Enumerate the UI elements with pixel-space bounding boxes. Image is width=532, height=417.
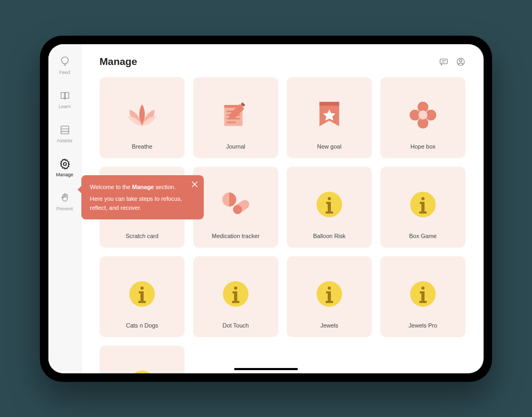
gear-icon: [59, 158, 71, 170]
star-banner-icon: [311, 96, 348, 134]
card-box-game[interactable]: Box Game: [380, 167, 466, 248]
top-icons: [439, 57, 466, 67]
info-icon: [123, 365, 161, 373]
nav-manage[interactable]: Manage: [53, 158, 77, 177]
info-icon: [311, 275, 348, 313]
chat-icon[interactable]: [439, 57, 448, 67]
card-jewels-pro[interactable]: Jewels Pro: [380, 256, 466, 337]
card-grid: Breathe: [99, 77, 466, 373]
journal-icon: [217, 96, 254, 134]
card-hope-box[interactable]: Hope box: [380, 77, 466, 158]
svg-rect-0: [61, 126, 69, 134]
card-breathe[interactable]: Breathe: [99, 77, 185, 158]
tooltip-strong: Manage: [132, 184, 154, 190]
card-medication-tracker[interactable]: Medication tracker: [193, 167, 278, 248]
card-label: Scratch card: [126, 233, 159, 239]
card-label: Hope box: [410, 143, 435, 150]
screen: Feed Learn Assess Manage Prevent Manage: [48, 44, 484, 373]
nav-manage-label: Manage: [56, 172, 73, 177]
nav-learn-label: Learn: [59, 104, 71, 109]
card-label: Cats n Dogs: [126, 322, 159, 329]
user-icon[interactable]: [456, 57, 466, 67]
card-label: Medication tracker: [212, 233, 260, 239]
card-label: Jewels: [320, 322, 338, 329]
nav-feed-label: Feed: [59, 70, 70, 75]
card-label: New goal: [317, 143, 342, 150]
book-icon: [59, 90, 71, 102]
tooltip-pre: Welcome to the: [90, 184, 132, 190]
content-scroll[interactable]: Breathe: [81, 72, 484, 373]
card-label: Breathe: [132, 143, 153, 150]
tablet-frame: Feed Learn Assess Manage Prevent Manage: [40, 36, 492, 382]
tooltip-post: section.: [154, 184, 176, 190]
nav-assess[interactable]: Assess: [53, 124, 77, 143]
card-new-goal[interactable]: New goal: [287, 77, 372, 158]
nav-assess-label: Assess: [57, 138, 72, 143]
lotus-icon: [123, 96, 161, 134]
hand-icon: [59, 192, 71, 204]
sidebar: Feed Learn Assess Manage Prevent: [48, 44, 81, 373]
nav-prevent-label: Prevent: [56, 206, 73, 211]
card-cats-n-dogs[interactable]: Cats n Dogs: [99, 256, 185, 337]
info-icon: [311, 186, 348, 223]
topbar: Manage: [81, 44, 484, 72]
card-label: Jewels Pro: [409, 322, 437, 329]
svg-point-3: [63, 162, 66, 166]
tooltip-line-1: Welcome to the Manage section.: [90, 183, 182, 192]
card-label: Balloon Risk: [313, 233, 345, 239]
card-jewels[interactable]: Jewels: [287, 256, 372, 337]
nav-learn[interactable]: Learn: [53, 90, 77, 109]
nav-prevent[interactable]: Prevent: [53, 192, 77, 211]
home-indicator[interactable]: [234, 368, 298, 370]
card-label: Box Game: [409, 233, 437, 239]
info-icon: [404, 275, 442, 313]
svg-point-18: [419, 110, 428, 119]
pills-icon: [217, 186, 254, 223]
flower-icon: [404, 96, 442, 134]
svg-rect-4: [440, 59, 447, 63]
intro-tooltip: Welcome to the Manage section. Here you …: [81, 175, 204, 220]
info-icon: [123, 275, 161, 313]
svg-point-8: [460, 59, 462, 62]
card-balloon-risk[interactable]: Balloon Risk: [287, 167, 372, 248]
tooltip-line-2: Here you can take steps to refocus, refl…: [90, 194, 182, 212]
card-dot-touch[interactable]: Dot Touch: [193, 256, 278, 337]
info-icon: [404, 186, 442, 223]
page-title: Manage: [99, 56, 137, 68]
card-label: Dot Touch: [222, 322, 248, 329]
info-icon: [217, 275, 254, 313]
card-label: Journal: [226, 143, 245, 150]
card-journal[interactable]: Journal: [193, 77, 278, 158]
nav-feed[interactable]: Feed: [53, 56, 77, 75]
grid-icon: [59, 124, 71, 136]
close-icon[interactable]: [191, 181, 198, 188]
card-extra[interactable]: [99, 346, 185, 373]
balloon-icon: [59, 56, 71, 68]
